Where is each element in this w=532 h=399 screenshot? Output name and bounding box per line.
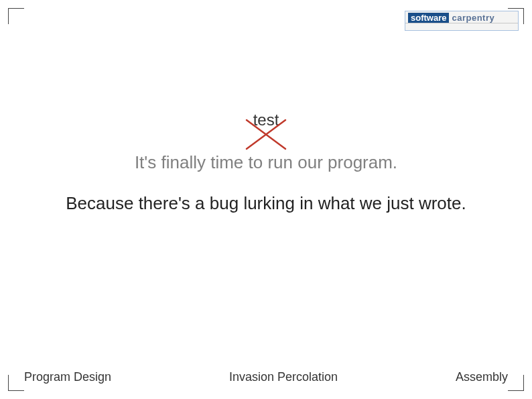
footer-right: Assembly — [456, 370, 508, 384]
annotation-wrap: test — [253, 111, 279, 129]
footer-left: Program Design — [24, 370, 111, 384]
slide-content: test It's finally time to run our progra… — [0, 111, 532, 214]
corner-bracket-tl — [8, 8, 24, 24]
logo-word-carpentry: carpentry — [452, 13, 494, 22]
logo-subtitle — [405, 23, 518, 28]
footer-center: Invasion Percolation — [229, 370, 338, 384]
logo-word-software: software — [408, 13, 449, 23]
slide: software carpentry test It's finally tim… — [0, 0, 532, 399]
annotation-word: test — [253, 111, 279, 129]
logo-top-row: software carpentry — [405, 11, 518, 23]
corner-bracket-bl — [8, 375, 24, 391]
slide-footer: Program Design Invasion Percolation Asse… — [24, 370, 508, 384]
corner-bracket-br — [508, 375, 524, 391]
content-line-2: Because there's a bug lurking in what we… — [0, 193, 532, 214]
content-line-1: It's finally time to run our program. — [0, 152, 532, 173]
software-carpentry-logo: software carpentry — [405, 11, 519, 31]
